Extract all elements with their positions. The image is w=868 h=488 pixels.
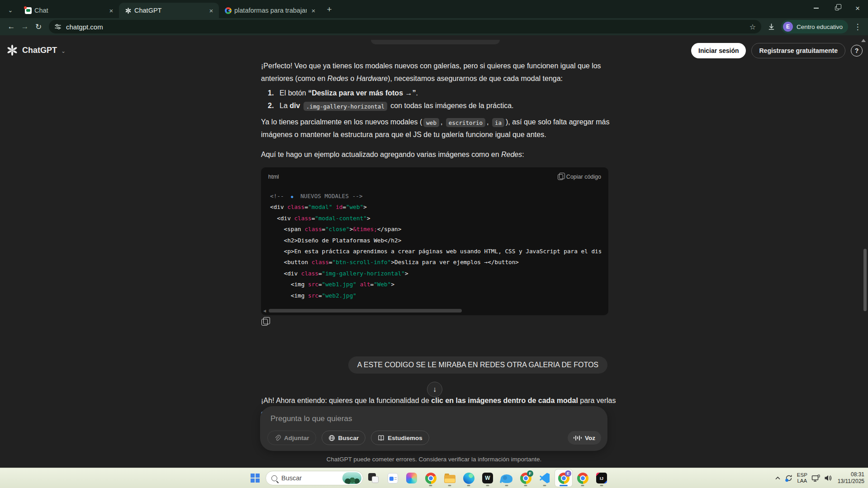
code-line: <h2>Diseño de Plataformas Web</h2> bbox=[270, 235, 601, 246]
bookmark-star-icon[interactable]: ☆ bbox=[747, 21, 759, 33]
back-button[interactable]: ← bbox=[5, 20, 18, 33]
code-line: <div class="img-gallery-horizontal"> bbox=[270, 268, 601, 279]
page-scrollbar-thumb[interactable] bbox=[863, 249, 867, 311]
taskbar-intellij[interactable]: IJ bbox=[593, 469, 610, 487]
url-text[interactable]: chatgpt.com bbox=[66, 23, 747, 31]
screen: ⌄ Chat × ChatGPT × plataformas para trab… bbox=[0, 0, 868, 488]
scroll-left-icon[interactable]: ◀ bbox=[263, 309, 266, 313]
tab-strip: ⌄ Chat × ChatGPT × plataformas para trab… bbox=[0, 0, 868, 18]
page-title: ChatGPT bbox=[22, 46, 57, 55]
search-daily-image[interactable] bbox=[342, 472, 361, 484]
new-tab-button[interactable]: + bbox=[323, 3, 336, 16]
tab-chat[interactable]: Chat × bbox=[19, 3, 119, 18]
conversation: ¡Perfecto! Veo que ya tienes los modales… bbox=[261, 35, 608, 468]
study-mode-button[interactable]: Estudiemos bbox=[371, 431, 429, 445]
start-button[interactable] bbox=[247, 469, 264, 487]
model-switcher[interactable]: ChatGPT ⌄ bbox=[6, 44, 66, 56]
code-horizontal-scrollbar[interactable]: ◀ bbox=[261, 308, 608, 313]
web-search-button[interactable]: Buscar bbox=[322, 431, 366, 445]
book-icon bbox=[378, 435, 384, 441]
restore-button[interactable] bbox=[826, 0, 847, 16]
login-button[interactable]: Iniciar sesión bbox=[691, 43, 746, 58]
taskbar-copilot[interactable] bbox=[403, 469, 420, 487]
tab-close-icon[interactable]: × bbox=[309, 6, 318, 14]
running-indicator bbox=[524, 485, 527, 486]
taskbar-chrome-profile-f[interactable]: F bbox=[517, 469, 534, 487]
profile-badge: E bbox=[565, 470, 571, 477]
downloads-button[interactable] bbox=[765, 20, 778, 33]
taskbar-file-explorer[interactable] bbox=[441, 469, 458, 487]
volume-icon[interactable] bbox=[824, 474, 832, 482]
running-indicator bbox=[600, 485, 603, 486]
copy-code-button[interactable]: Copiar código bbox=[558, 174, 601, 180]
taskbar-edge[interactable] bbox=[460, 469, 477, 487]
tab-close-icon[interactable]: × bbox=[207, 6, 215, 14]
edge-icon bbox=[463, 473, 474, 484]
w-app-icon: W bbox=[482, 473, 493, 483]
site-settings-icon[interactable] bbox=[54, 23, 62, 30]
scrollbar-thumb[interactable] bbox=[269, 309, 462, 313]
attach-button[interactable]: Adjuntar bbox=[267, 431, 316, 445]
elephant-app-icon bbox=[501, 474, 512, 483]
code-line: <div class="modal-content"> bbox=[270, 213, 601, 224]
copy-message-icon[interactable] bbox=[261, 319, 268, 326]
browser-chrome: ⌄ Chat × ChatGPT × plataformas para trab… bbox=[0, 0, 868, 35]
browser-profile-button[interactable]: E Centro educativo bbox=[781, 20, 848, 33]
chatgpt-page: ChatGPT ⌄ Iniciar sesión Registrarse gra… bbox=[0, 35, 868, 468]
taskbar-chrome-2[interactable] bbox=[574, 469, 591, 487]
chatgpt-header: ChatGPT ⌄ Iniciar sesión Registrarse gra… bbox=[0, 35, 868, 63]
close-button[interactable]: × bbox=[847, 0, 868, 16]
assistant-text: anteriores (como en Redes o Hardware), n… bbox=[261, 72, 622, 85]
taskbar-chrome-profile-e[interactable]: E bbox=[555, 469, 572, 487]
running-indicator bbox=[448, 485, 451, 486]
reload-button[interactable]: ↻ bbox=[32, 20, 45, 33]
taskbar-search[interactable]: Buscar bbox=[266, 471, 363, 485]
signup-button[interactable]: Registrarse gratuitamente bbox=[751, 43, 845, 58]
address-bar[interactable]: chatgpt.com ☆ bbox=[49, 20, 761, 33]
tray-overflow-icon[interactable] bbox=[775, 476, 781, 480]
scroll-to-bottom-button[interactable]: ↓ bbox=[427, 382, 442, 397]
taskbar-elephant-app[interactable] bbox=[498, 469, 515, 487]
profile-avatar: E bbox=[783, 22, 793, 32]
waveform-icon bbox=[574, 436, 582, 441]
browser-menu-button[interactable]: ⋮ bbox=[852, 21, 863, 33]
sync-icon[interactable] bbox=[785, 474, 793, 482]
chatgpt-logo-icon bbox=[6, 44, 18, 56]
list-item: 2. La div .img-gallery-horizontal con to… bbox=[268, 99, 514, 113]
taskbar-w-app[interactable]: W bbox=[479, 469, 496, 487]
file-explorer-icon bbox=[444, 475, 455, 483]
tray-date: 13/11/2025 bbox=[838, 478, 864, 485]
code-language-label: html bbox=[268, 174, 279, 180]
voice-button[interactable]: Voz bbox=[568, 431, 601, 445]
language-indicator[interactable]: ESP LAA bbox=[797, 472, 807, 484]
globe-icon bbox=[328, 435, 335, 441]
code-body: <!-- ◆ NUEVOS MODALES --><div class="mod… bbox=[261, 186, 608, 301]
taskbar-widgets[interactable] bbox=[384, 469, 401, 487]
prompt-input[interactable]: Pregunta lo que quieras bbox=[270, 414, 352, 423]
tray-time: 08:31 bbox=[851, 471, 864, 478]
composer-tools: Adjuntar Buscar Estudiemos bbox=[267, 431, 429, 445]
forward-button[interactable]: → bbox=[18, 20, 32, 33]
running-indicator bbox=[486, 485, 489, 486]
window-controls: × bbox=[806, 0, 868, 16]
help-icon[interactable]: ? bbox=[851, 45, 863, 57]
chat-tab-icon bbox=[24, 7, 32, 14]
code-line: <!-- ◆ NUEVOS MODALES --> bbox=[270, 191, 601, 202]
taskbar-task-view[interactable] bbox=[365, 469, 382, 487]
taskbar-vscode[interactable] bbox=[536, 469, 553, 487]
clock[interactable]: 08:31 13/11/2025 bbox=[838, 471, 864, 485]
tab-chatgpt[interactable]: ChatGPT × bbox=[119, 3, 219, 18]
paperclip-icon bbox=[274, 435, 281, 441]
tab-close-icon[interactable]: × bbox=[107, 6, 115, 14]
minimize-icon bbox=[814, 8, 819, 9]
system-tray: ESP LAA 08:31 13/11/2025 bbox=[775, 468, 864, 488]
assistant-text: Aquí te hago un ejemplo actualizado agre… bbox=[261, 148, 622, 161]
chatgpt-tab-icon bbox=[124, 7, 132, 14]
search-placeholder: Buscar bbox=[281, 474, 338, 482]
network-icon[interactable] bbox=[811, 474, 820, 482]
taskbar-chrome-1[interactable] bbox=[422, 469, 439, 487]
tab-search-button[interactable]: ⌄ bbox=[4, 4, 17, 16]
minimize-button[interactable] bbox=[806, 0, 826, 16]
composer[interactable]: Pregunta lo que quieras Adjuntar Buscar … bbox=[260, 406, 607, 451]
tab-plataformas[interactable]: plataformas para trabajar con c × bbox=[219, 3, 321, 18]
